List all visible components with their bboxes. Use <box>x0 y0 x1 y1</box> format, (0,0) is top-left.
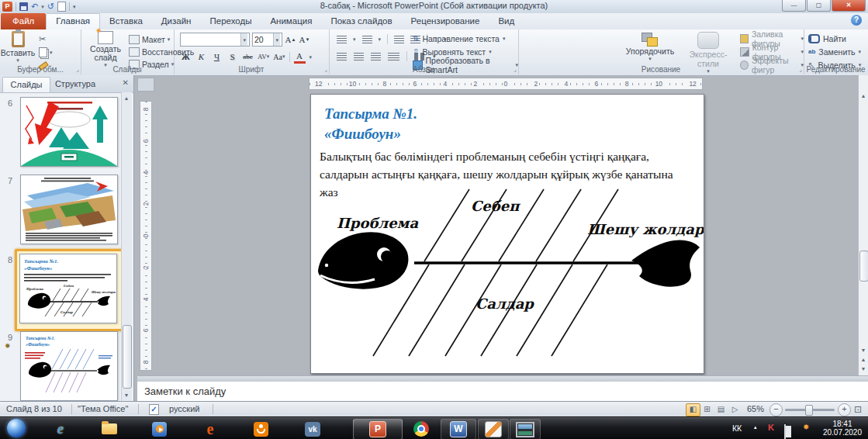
slide-counter[interactable]: Слайд 8 из 10 <box>6 404 62 413</box>
fishbone-effects-label[interactable]: Салдар <box>475 296 534 312</box>
new-document-icon[interactable] <box>57 2 66 12</box>
scroll-thumb[interactable] <box>859 251 868 282</box>
updates-tray-icon[interactable]: ✸ <box>803 423 809 439</box>
bullets-icon[interactable] <box>337 36 347 43</box>
next-slide-icon[interactable]: ▼ <box>859 367 868 375</box>
internet-explorer-icon[interactable]: e <box>49 420 72 437</box>
zoom-in-button[interactable]: + <box>838 403 851 417</box>
battery-tray-icon[interactable] <box>784 424 786 439</box>
fishbone-solutions-label[interactable]: Шешу жолдары <box>587 221 704 237</box>
slide-body-text[interactable]: Балықтың бас бөліміндегі проблеманың себ… <box>320 147 689 201</box>
scroll-down-icon[interactable]: ▼ <box>859 345 868 355</box>
new-slide-button[interactable]: Создать слайд ▾ <box>85 31 126 67</box>
language-tray-indicator[interactable]: КК <box>732 423 742 439</box>
language-indicator[interactable]: русский <box>169 404 199 413</box>
pane-scroll-thumb[interactable] <box>123 325 132 389</box>
animation-star-icon[interactable]: ✸ <box>5 342 11 350</box>
strikethrough-button[interactable]: abc <box>242 51 254 63</box>
chrome-icon[interactable] <box>410 420 433 437</box>
zoom-out-button[interactable]: − <box>769 403 783 417</box>
undo-icon[interactable]: ↶ <box>31 2 38 12</box>
zoom-slider[interactable] <box>785 409 835 411</box>
change-case-button[interactable]: Aa▾ <box>273 51 285 63</box>
main-scrollbar[interactable]: ▲ ▼ ▲ ▼ <box>858 75 868 378</box>
pane-close-icon[interactable]: ✕ <box>123 78 129 87</box>
zoom-level[interactable]: 65% <box>747 404 764 413</box>
zoom-slider-thumb[interactable] <box>805 405 813 416</box>
numbering-icon[interactable] <box>362 36 372 43</box>
text-direction-button[interactable]: ⇅Направление текста▾ <box>413 33 518 44</box>
slide-title[interactable]: Тапсырма №1. «Фишбоун» <box>324 104 417 144</box>
vkontakte-icon[interactable]: vk <box>301 420 324 437</box>
find-button[interactable]: Найти <box>808 33 861 44</box>
paragraph-dialog-launcher-icon[interactable]: ⌟ <box>514 66 517 73</box>
pane-scrollbar[interactable]: ▲ ▼ <box>121 92 132 401</box>
slide-thumbnail-6[interactable] <box>20 97 118 167</box>
view-normal-button[interactable]: ◧ <box>686 403 700 417</box>
copy-button[interactable]: ▾ <box>39 47 53 58</box>
minimize-button[interactable]: — <box>782 0 806 12</box>
antivirus-tray-icon[interactable]: K <box>768 423 774 439</box>
tab-slideshow[interactable]: Показ слайдов <box>321 13 401 29</box>
close-button[interactable]: ✕ <box>832 0 866 12</box>
font-name-combobox[interactable]: ▾ <box>180 33 250 47</box>
spell-check-icon[interactable]: ✓ <box>149 404 159 415</box>
shrink-font-button[interactable]: А▼ <box>299 34 310 46</box>
help-icon[interactable]: ? <box>851 15 862 26</box>
undo-dropdown-icon[interactable]: ▾ <box>41 5 44 9</box>
arrange-button[interactable]: Упорядочить ▾ <box>623 33 677 60</box>
view-sorter-button[interactable]: ⊞ <box>700 403 714 415</box>
font-dialog-launcher-icon[interactable]: ⌟ <box>324 66 327 73</box>
restore-button[interactable]: ▢ <box>807 0 831 12</box>
pane-scroll-down-icon[interactable]: ▼ <box>122 390 131 400</box>
italic-button[interactable]: К <box>195 51 207 63</box>
tab-transitions[interactable]: Переходы <box>200 13 261 29</box>
pane-scroll-up-icon[interactable]: ▲ <box>122 93 131 103</box>
tab-view[interactable]: Вид <box>489 13 524 29</box>
grow-font-button[interactable]: А▲ <box>285 34 296 46</box>
slide-thumbnail-8[interactable]: Тапсырма №1. «Фишбоун» Пробле <box>19 254 117 323</box>
text-shadow-button[interactable]: S <box>227 51 238 63</box>
font-size-combobox[interactable]: 20▾ <box>252 33 282 47</box>
slide-thumbnail-7[interactable] <box>20 175 118 244</box>
paste-button[interactable]: Вставить ▾ <box>4 31 32 62</box>
scroll-up-icon[interactable]: ▲ <box>859 91 868 101</box>
bold-button[interactable]: Ж <box>180 51 192 63</box>
view-reading-button[interactable]: ▤ <box>714 403 728 415</box>
hidden-icons-arrow[interactable]: ▴ <box>754 424 757 439</box>
horizontal-ruler[interactable]: 12108642024681012 <box>309 78 703 90</box>
pane-tab-slides[interactable]: Слайды <box>2 77 50 92</box>
font-color-dropdown-icon[interactable]: ▾ <box>310 55 313 59</box>
vertical-ruler[interactable]: 864202468 <box>140 101 152 371</box>
notes-panel[interactable]: Заметки к слайду <box>137 382 868 401</box>
tab-insert[interactable]: Вставка <box>100 13 152 29</box>
tab-design[interactable]: Дизайн <box>152 13 201 29</box>
align-center-icon[interactable] <box>354 53 364 60</box>
slide-canvas[interactable]: Проблема Себеп Шешу жолдары Салдар Тапсы… <box>310 94 704 374</box>
numbering-dropdown-icon[interactable]: ▾ <box>379 37 382 41</box>
save-icon[interactable] <box>19 2 28 11</box>
align-left-icon[interactable] <box>337 53 347 60</box>
graphics-editor-taskbar-button[interactable] <box>478 419 509 439</box>
slide-thumbnail-9[interactable]: Тапсырма №1. «Фишбоун» <box>20 331 118 401</box>
font-color-button[interactable]: А <box>294 50 306 64</box>
image-viewer-taskbar-button[interactable] <box>510 419 541 439</box>
drawing-dialog-launcher-icon[interactable]: ⌟ <box>799 66 802 73</box>
align-right-icon[interactable] <box>371 53 381 60</box>
tab-review[interactable]: Рецензирование <box>402 13 489 29</box>
theme-name[interactable]: "Тема Office" <box>78 404 128 413</box>
tab-file[interactable]: Файл <box>1 13 46 29</box>
redo-icon[interactable]: ↺ <box>47 2 54 12</box>
explorer-folder-icon[interactable] <box>98 420 121 437</box>
fishbone-problem-label[interactable]: Проблема <box>337 215 418 231</box>
view-slideshow-button[interactable]: ▷ <box>728 403 742 415</box>
media-player-icon[interactable] <box>147 420 171 437</box>
powerpoint-logo-icon[interactable]: P <box>2 2 12 12</box>
word-taskbar-button[interactable]: W <box>441 419 476 439</box>
customize-qat-icon[interactable]: ▾ <box>73 5 76 9</box>
justify-icon[interactable] <box>388 53 399 60</box>
character-spacing-button[interactable]: AV▾ <box>258 51 269 63</box>
tab-animations[interactable]: Анимация <box>261 13 321 29</box>
powerpoint-taskbar-button[interactable]: P <box>353 419 403 439</box>
tab-home[interactable]: Главная <box>46 13 100 29</box>
